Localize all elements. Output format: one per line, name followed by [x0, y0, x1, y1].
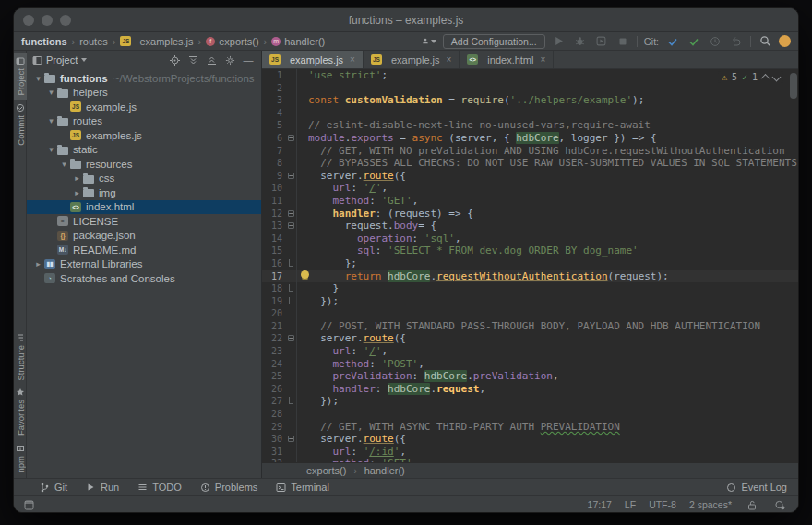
fold-collapse-icon[interactable]: − [288, 222, 294, 229]
tree-row-helpers[interactable]: ▾helpers [27, 86, 261, 101]
code-line-11[interactable]: 11 method: 'GET', [262, 195, 798, 208]
sidebar-item-favorites[interactable]: Favorites [14, 384, 27, 439]
tab-index-html[interactable]: <>index.html× [460, 51, 554, 68]
code-line-17[interactable]: 17 return hdbCore.requestWithoutAuthenti… [262, 270, 798, 283]
code-line-14[interactable]: 14 operation: 'sql', [262, 233, 798, 245]
code-line-20[interactable]: 20 [262, 307, 798, 320]
line-number[interactable]: 17 [262, 270, 286, 283]
line-number[interactable]: 24 [262, 358, 286, 371]
line-number[interactable]: 13 [262, 220, 286, 233]
code-line-8[interactable]: 8 // BYPASSES ALL CHECKS: DO NOT USE RAW… [262, 157, 798, 170]
tool-window-button-run[interactable]: Run [86, 482, 119, 493]
line-number[interactable]: 4 [262, 107, 286, 120]
code-line-25[interactable]: 25 preValidation: hdbCore.preValidation, [262, 370, 798, 383]
code-line-13[interactable]: 13− request.body= { [262, 220, 798, 233]
expand-all-icon[interactable] [204, 53, 219, 67]
hide-panel-icon[interactable]: — [241, 53, 256, 67]
tree-chevron-icon[interactable]: ▾ [45, 88, 57, 97]
chevron-down-icon[interactable] [81, 58, 87, 62]
line-number[interactable]: 29 [262, 421, 286, 434]
tree-row-resources[interactable]: ▾resources [27, 157, 261, 172]
line-number[interactable]: 19 [262, 295, 286, 308]
sidebar-item-project[interactable]: Project [14, 53, 27, 100]
line-number[interactable]: 10 [262, 182, 286, 195]
tree-row-scratches-and-consoles[interactable]: ◔Scratches and Consoles [27, 271, 261, 286]
tree-row-index-html[interactable]: <>index.html [27, 200, 261, 215]
sidebar-item-npm[interactable]: npm [14, 440, 27, 476]
line-number[interactable]: 26 [262, 383, 286, 396]
fold-collapse-icon[interactable]: − [288, 135, 294, 141]
line-number[interactable]: 15 [262, 245, 286, 257]
event-log-button[interactable]: Event Log [726, 482, 787, 493]
code-line-6[interactable]: 6−module.exports = async (server, { hdbC… [262, 132, 798, 145]
next-problem-icon[interactable] [772, 73, 782, 82]
tool-window-button-todo[interactable]: TODO [137, 482, 182, 493]
debug-icon[interactable] [573, 34, 588, 49]
update-notification-icon[interactable] [779, 35, 791, 47]
line-number[interactable]: 23 [262, 345, 286, 358]
code-line-29[interactable]: 29 // GET, WITH ASYNC THIRD-PARTY AUTH P… [262, 421, 798, 434]
line-number[interactable]: 22 [262, 332, 286, 345]
search-icon[interactable] [758, 34, 772, 49]
tree-row-package-json[interactable]: {}package.json [27, 229, 261, 244]
line-number[interactable]: 18 [262, 282, 286, 295]
code-editor[interactable]: ⚠ 5 ✓ 1 1'use strict';23const customVali… [262, 69, 798, 462]
line-number[interactable]: 31 [262, 446, 286, 459]
fold-collapse-icon[interactable]: − [288, 210, 294, 217]
add-configuration-button[interactable]: Add Configuration... [443, 34, 545, 49]
fold-collapse-icon[interactable]: − [288, 335, 294, 341]
previous-problem-icon[interactable] [761, 74, 770, 83]
stop-icon[interactable] [615, 34, 630, 49]
code-line-4[interactable]: 4 [262, 107, 798, 120]
sidebar-item-structure[interactable]: Structure [14, 329, 27, 385]
tree-row-license[interactable]: ≡LICENSE [27, 214, 261, 229]
line-number[interactable]: 21 [262, 320, 286, 333]
line-number[interactable]: 12 [262, 208, 286, 221]
zoom-window-button[interactable] [60, 15, 71, 26]
project-panel-title[interactable]: Project [46, 54, 78, 66]
tree-chevron-icon[interactable]: ▸ [71, 173, 83, 183]
run-with-coverage-icon[interactable] [594, 34, 609, 49]
editor-breadcrumb-item[interactable]: handler() [364, 465, 405, 476]
code-line-23[interactable]: 23 url: '/', [262, 345, 798, 358]
line-number[interactable]: 14 [262, 233, 286, 245]
breadcrumb-item[interactable]: fexports() [206, 36, 258, 47]
run-icon[interactable] [552, 34, 567, 49]
code-line-19[interactable]: 19 }); [262, 295, 798, 308]
line-number[interactable]: 28 [262, 408, 286, 421]
tree-chevron-icon[interactable]: ▾ [45, 145, 57, 154]
line-number[interactable]: 6 [262, 132, 286, 145]
code-line-7[interactable]: 7 // GET, WITH NO preValidation AND USIN… [262, 145, 798, 158]
tool-window-button-problems[interactable]: Problems [200, 482, 257, 493]
git-rollback-icon[interactable] [729, 34, 744, 49]
sidebar-item-commit[interactable]: Commit [14, 100, 27, 149]
code-line-32[interactable]: 32 method: 'GET', [262, 458, 798, 462]
tab-examples-js[interactable]: JSexamples.js× [262, 51, 364, 68]
line-number[interactable]: 20 [262, 307, 286, 320]
gear-icon[interactable] [222, 53, 237, 67]
line-number[interactable]: 9 [262, 170, 286, 183]
inspection-widget[interactable]: ⚠ 5 ✓ 1 [718, 71, 783, 83]
close-tab-icon[interactable]: × [447, 54, 452, 65]
collapse-all-icon[interactable] [185, 53, 200, 67]
tree-row-external-libraries[interactable]: ▸▮▮External Libraries [27, 257, 261, 272]
tree-row-example-js[interactable]: JSexample.js [27, 100, 261, 114]
breadcrumb-item[interactable]: functions [21, 36, 67, 47]
line-number[interactable]: 1 [262, 69, 286, 82]
code-line-26[interactable]: 26 handler: hdbCore.request, [262, 383, 798, 396]
code-line-18[interactable]: 18 } [262, 282, 798, 295]
line-number[interactable]: 3 [262, 94, 286, 107]
file-encoding[interactable]: UTF-8 [649, 499, 676, 510]
tab-example-js[interactable]: JSexample.js× [364, 51, 460, 68]
tree-row-functions[interactable]: ▾functions~/WebstormProjects/functions [27, 71, 261, 86]
line-number[interactable]: 5 [262, 119, 286, 132]
line-number[interactable]: 11 [262, 195, 286, 208]
close-window-button[interactable] [23, 15, 34, 26]
code-line-9[interactable]: 9− server.route({ [262, 170, 798, 183]
editor-scrollbar[interactable] [790, 73, 797, 99]
code-line-5[interactable]: 5// eslint-disable-next-line no-unused-v… [262, 119, 798, 132]
fold-collapse-icon[interactable]: − [288, 173, 294, 179]
breadcrumb-item[interactable]: JSexamples.js [120, 36, 193, 47]
caret-position[interactable]: 17:17 [588, 499, 612, 510]
line-number[interactable]: 25 [262, 370, 286, 383]
